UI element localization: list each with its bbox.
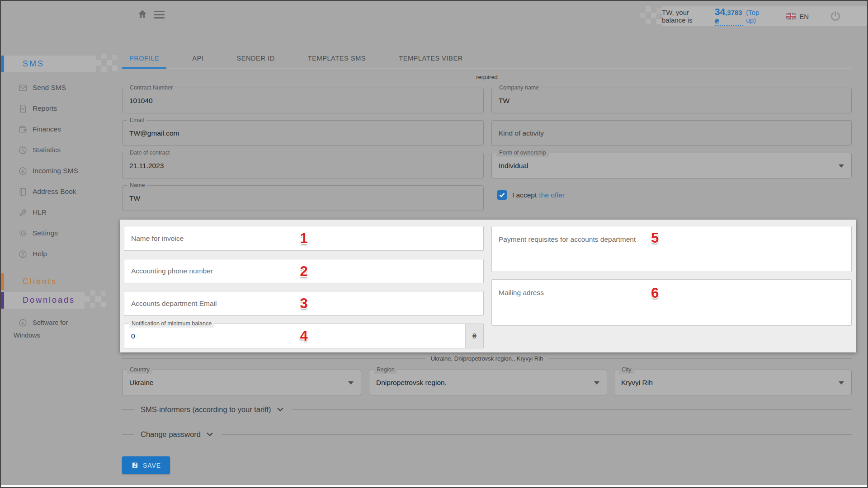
home-button[interactable] bbox=[137, 9, 148, 21]
sidebar-item-clients[interactable]: Clients bbox=[1, 273, 91, 290]
divider bbox=[122, 434, 134, 435]
chevron-down-icon bbox=[277, 407, 284, 412]
accept-offer-text: I accept bbox=[512, 191, 537, 199]
change-password-toggle[interactable]: Change password bbox=[122, 427, 852, 441]
form-of-ownership-value: Individual bbox=[499, 162, 528, 170]
chevron-down-icon bbox=[348, 381, 354, 385]
page-footer-strip bbox=[1, 485, 867, 487]
sms-informers-toggle[interactable]: SMS-informers (according to your tariff) bbox=[122, 403, 852, 416]
menu-button[interactable] bbox=[154, 11, 165, 19]
contract-number-field[interactable]: Contract Number 101040 bbox=[122, 88, 484, 113]
payment-requisites-field[interactable]: Payment requisites for accounts departme… bbox=[491, 226, 852, 272]
report-icon bbox=[18, 104, 28, 113]
balance-amount-link[interactable]: 34,3783 ₴ bbox=[715, 6, 743, 26]
region-select[interactable]: Region Dnipropetrovsk region. bbox=[369, 370, 607, 395]
name-value: TW bbox=[129, 194, 140, 202]
country-select[interactable]: Country Ukraine bbox=[122, 370, 361, 395]
tab-templates-viber[interactable]: TEMPLATES VIBER bbox=[392, 49, 470, 69]
balance-card: TW, your balance is 34,3783 ₴ (Top up) E… bbox=[662, 6, 867, 26]
language-label: EN bbox=[799, 13, 809, 20]
pie-chart-icon bbox=[18, 145, 28, 155]
accept-offer-checkbox[interactable] bbox=[497, 190, 507, 200]
date-of-contract-label: Date of contract bbox=[127, 149, 172, 157]
uk-flag-icon bbox=[786, 13, 796, 19]
book-icon bbox=[18, 187, 28, 197]
help-icon bbox=[18, 249, 28, 259]
home-icon bbox=[137, 9, 148, 19]
sidebar-item-sms[interactable]: SMS bbox=[1, 56, 96, 72]
min-balance-value: 0 bbox=[131, 332, 135, 340]
company-name-label: Company name bbox=[496, 84, 542, 92]
offer-link[interactable]: the offer bbox=[539, 191, 565, 199]
profile-tabs: PROFILE API SENDER ID TEMPLATES SMS TEMP… bbox=[122, 49, 852, 69]
chevron-down-icon bbox=[839, 164, 844, 168]
tab-templates-sms[interactable]: TEMPLATES SMS bbox=[301, 49, 373, 69]
wrench-icon bbox=[18, 208, 28, 217]
city-select[interactable]: City Kryvyi Rih bbox=[614, 370, 852, 395]
region-label: Region bbox=[374, 366, 397, 374]
tab-profile[interactable]: PROFILE bbox=[122, 49, 166, 69]
date-of-contract-field[interactable]: Date of contract 21.11.2023 bbox=[122, 153, 484, 178]
sms-highlight bbox=[1, 56, 96, 72]
required-legend: required bbox=[122, 74, 852, 80]
wallet-icon bbox=[18, 125, 28, 134]
divider bbox=[122, 409, 134, 410]
envelope-icon bbox=[18, 83, 28, 93]
chevron-down-icon bbox=[206, 432, 213, 436]
payment-requisites-placeholder: Payment requisites for accounts departme… bbox=[499, 235, 636, 244]
accounts-email-field[interactable]: Accounts department Email 3 bbox=[124, 291, 484, 316]
email-field[interactable]: Email TW@gmail.com bbox=[122, 120, 484, 146]
logout-button[interactable] bbox=[830, 10, 841, 22]
tab-api[interactable]: API bbox=[185, 49, 211, 69]
name-for-invoice-placeholder: Name for invoice bbox=[131, 235, 184, 243]
sidebar-sms-label: SMS bbox=[23, 59, 44, 69]
power-icon bbox=[830, 10, 841, 22]
kind-of-activity-field[interactable]: Kind of activity bbox=[491, 120, 852, 146]
min-balance-label: Notification of minimum balance bbox=[129, 320, 214, 328]
sidebar-label: Finances bbox=[33, 125, 61, 133]
accept-offer-row[interactable]: I accept the offer bbox=[497, 190, 565, 200]
date-of-contract-value: 21.11.2023 bbox=[129, 162, 164, 170]
region-value: Dnipropetrovsk region. bbox=[376, 379, 447, 387]
marker-5: 5 bbox=[651, 230, 659, 246]
language-switcher[interactable]: EN bbox=[786, 13, 809, 20]
email-value: TW@gmail.com bbox=[129, 129, 179, 137]
marker-3: 3 bbox=[300, 296, 307, 312]
kind-of-activity-placeholder: Kind of activity bbox=[499, 129, 544, 137]
mailing-address-placeholder: Mailing adress bbox=[499, 289, 544, 297]
contract-number-label: Contract Number bbox=[127, 84, 175, 92]
sidebar-label: Settings bbox=[33, 229, 58, 237]
min-balance-field[interactable]: Notification of minimum balance 0 ₴ 4 bbox=[124, 324, 484, 348]
clients-accent-bar bbox=[1, 273, 4, 290]
company-name-field[interactable]: Company name TW bbox=[491, 88, 852, 113]
sidebar-label: Incoming SMS bbox=[33, 167, 78, 175]
divider bbox=[292, 409, 852, 410]
name-label: Name bbox=[127, 182, 147, 189]
top-up-link[interactable]: (Top up) bbox=[746, 9, 767, 24]
country-value: Ukraine bbox=[129, 379, 153, 387]
download-icon bbox=[18, 318, 28, 329]
tab-sender-id[interactable]: SENDER ID bbox=[229, 49, 282, 69]
software-label-line2: Windows bbox=[14, 332, 40, 339]
sms-accent-bar bbox=[1, 56, 4, 72]
form-of-ownership-select[interactable]: Form of ownership Individual bbox=[491, 153, 852, 178]
sidebar-item-software-for-windows[interactable]: Software for Windows bbox=[1, 317, 100, 342]
downloads-accent-bar bbox=[1, 292, 4, 309]
chevron-down-icon bbox=[839, 381, 844, 385]
accounting-phone-field[interactable]: Accounting phone number 2 bbox=[124, 259, 484, 283]
sms-informers-label: SMS-informers (according to your tariff) bbox=[141, 405, 271, 414]
marker-2: 2 bbox=[300, 263, 307, 280]
marker-6: 6 bbox=[651, 285, 659, 301]
accounting-phone-placeholder: Accounting phone number bbox=[131, 267, 213, 275]
currency-suffix: ₴ bbox=[465, 324, 483, 348]
sidebar-item-downloads[interactable]: Downloads bbox=[1, 292, 85, 309]
software-label-line1: Software for bbox=[33, 319, 68, 326]
save-button[interactable]: SAVE bbox=[122, 456, 170, 474]
app-screen: TW, your balance is 34,3783 ₴ (Top up) E… bbox=[0, 0, 868, 488]
change-password-label: Change password bbox=[141, 430, 201, 439]
accounting-spotlight-panel: Name for invoice 1 Accounting phone numb… bbox=[120, 220, 856, 352]
name-field[interactable]: Name TW bbox=[122, 185, 484, 211]
sidebar-label: HLR bbox=[33, 208, 47, 216]
mailing-address-field[interactable]: Mailing adress 6 bbox=[491, 279, 852, 326]
name-for-invoice-field[interactable]: Name for invoice 1 bbox=[124, 226, 484, 251]
